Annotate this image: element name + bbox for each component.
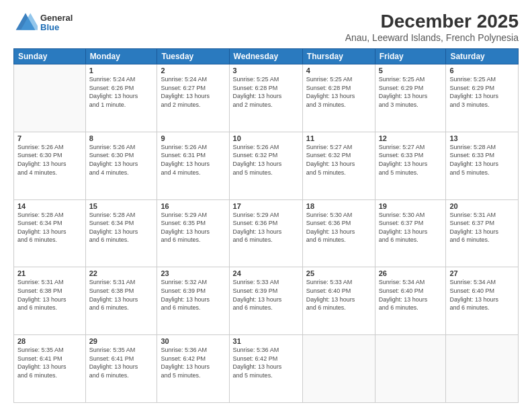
day-info: Sunrise: 5:31 AMSunset: 6:37 PMDaylight:… — [449, 211, 515, 244]
day-number: 30 — [161, 337, 225, 345]
page: General Blue December 2025 Anau, Leeward… — [0, 0, 532, 411]
day-number: 28 — [17, 337, 82, 345]
day-info: Sunrise: 5:35 AMSunset: 6:41 PMDaylight:… — [17, 346, 82, 379]
day-info: Sunrise: 5:31 AMSunset: 6:38 PMDaylight:… — [89, 278, 154, 312]
week-row-1: 1Sunrise: 5:24 AMSunset: 6:26 PMDaylight… — [14, 64, 519, 132]
day-info: Sunrise: 5:25 AMSunset: 6:29 PMDaylight:… — [449, 75, 515, 109]
day-info: Sunrise: 5:33 AMSunset: 6:40 PMDaylight:… — [306, 278, 371, 312]
day-info: Sunrise: 5:25 AMSunset: 6:28 PMDaylight:… — [233, 75, 299, 109]
day-info: Sunrise: 5:30 AMSunset: 6:37 PMDaylight:… — [379, 211, 443, 244]
day-number: 12 — [379, 134, 443, 142]
day-info: Sunrise: 5:24 AMSunset: 6:26 PMDaylight:… — [89, 75, 154, 109]
day-number: 21 — [17, 269, 82, 277]
week-row-2: 7Sunrise: 5:26 AMSunset: 6:30 PMDaylight… — [14, 132, 519, 199]
calendar-cell — [302, 335, 375, 403]
day-number: 29 — [89, 337, 154, 345]
logo-text: General Blue — [40, 13, 73, 33]
calendar-cell: 25Sunrise: 5:33 AMSunset: 6:40 PMDayligh… — [302, 267, 375, 335]
week-row-3: 14Sunrise: 5:28 AMSunset: 6:34 PMDayligh… — [14, 199, 519, 267]
day-info: Sunrise: 5:25 AMSunset: 6:28 PMDaylight:… — [306, 75, 371, 109]
day-number: 16 — [161, 202, 225, 210]
day-info: Sunrise: 5:26 AMSunset: 6:30 PMDaylight:… — [89, 143, 154, 177]
calendar-cell: 20Sunrise: 5:31 AMSunset: 6:37 PMDayligh… — [446, 199, 519, 267]
day-info: Sunrise: 5:26 AMSunset: 6:32 PMDaylight:… — [233, 143, 299, 177]
calendar-cell: 8Sunrise: 5:26 AMSunset: 6:30 PMDaylight… — [85, 132, 157, 199]
calendar-cell: 3Sunrise: 5:25 AMSunset: 6:28 PMDaylight… — [229, 64, 302, 132]
calendar-cell: 29Sunrise: 5:35 AMSunset: 6:41 PMDayligh… — [85, 335, 157, 403]
day-number: 17 — [233, 202, 299, 210]
calendar-cell: 4Sunrise: 5:25 AMSunset: 6:28 PMDaylight… — [302, 64, 375, 132]
calendar-header-row: SundayMondayTuesdayWednesdayThursdayFrid… — [14, 49, 519, 64]
calendar-cell: 9Sunrise: 5:26 AMSunset: 6:31 PMDaylight… — [157, 132, 229, 199]
day-info: Sunrise: 5:26 AMSunset: 6:31 PMDaylight:… — [161, 143, 225, 177]
day-number: 22 — [89, 269, 154, 277]
day-number: 6 — [449, 66, 515, 75]
location: Anau, Leeward Islands, French Polynesia — [345, 32, 519, 43]
day-number: 31 — [233, 337, 299, 345]
month-year: December 2025 — [345, 11, 519, 32]
calendar-cell — [14, 64, 86, 132]
day-info: Sunrise: 5:26 AMSunset: 6:30 PMDaylight:… — [17, 143, 82, 177]
day-info: Sunrise: 5:30 AMSunset: 6:36 PMDaylight:… — [306, 211, 371, 244]
day-info: Sunrise: 5:34 AMSunset: 6:40 PMDaylight:… — [379, 278, 443, 312]
day-info: Sunrise: 5:33 AMSunset: 6:39 PMDaylight:… — [233, 278, 299, 312]
day-header-tuesday: Tuesday — [157, 49, 229, 64]
calendar-cell: 11Sunrise: 5:27 AMSunset: 6:32 PMDayligh… — [302, 132, 375, 199]
day-number: 19 — [379, 202, 443, 210]
header: General Blue December 2025 Anau, Leeward… — [13, 11, 519, 43]
calendar-cell: 12Sunrise: 5:27 AMSunset: 6:33 PMDayligh… — [375, 132, 446, 199]
day-info: Sunrise: 5:27 AMSunset: 6:32 PMDaylight:… — [306, 143, 371, 177]
calendar-cell: 10Sunrise: 5:26 AMSunset: 6:32 PMDayligh… — [229, 132, 302, 199]
calendar-cell: 15Sunrise: 5:28 AMSunset: 6:34 PMDayligh… — [85, 199, 157, 267]
day-number: 1 — [89, 66, 154, 75]
day-number: 25 — [306, 269, 371, 277]
calendar-cell: 5Sunrise: 5:25 AMSunset: 6:29 PMDaylight… — [375, 64, 446, 132]
calendar-cell — [375, 335, 446, 403]
day-info: Sunrise: 5:28 AMSunset: 6:34 PMDaylight:… — [17, 211, 82, 244]
day-header-sunday: Sunday — [14, 49, 86, 64]
day-info: Sunrise: 5:28 AMSunset: 6:34 PMDaylight:… — [89, 211, 154, 244]
day-info: Sunrise: 5:36 AMSunset: 6:42 PMDaylight:… — [233, 346, 299, 379]
day-info: Sunrise: 5:34 AMSunset: 6:40 PMDaylight:… — [449, 278, 515, 312]
day-header-monday: Monday — [85, 49, 157, 64]
day-info: Sunrise: 5:32 AMSunset: 6:39 PMDaylight:… — [161, 278, 225, 312]
calendar-cell: 7Sunrise: 5:26 AMSunset: 6:30 PMDaylight… — [14, 132, 86, 199]
day-number: 3 — [233, 66, 299, 75]
logo-general: General — [40, 13, 73, 23]
calendar-cell: 27Sunrise: 5:34 AMSunset: 6:40 PMDayligh… — [446, 267, 519, 335]
title-block: December 2025 Anau, Leeward Islands, Fre… — [345, 11, 519, 43]
calendar-cell: 14Sunrise: 5:28 AMSunset: 6:34 PMDayligh… — [14, 199, 86, 267]
calendar-cell: 22Sunrise: 5:31 AMSunset: 6:38 PMDayligh… — [85, 267, 157, 335]
day-info: Sunrise: 5:27 AMSunset: 6:33 PMDaylight:… — [379, 143, 443, 177]
calendar-cell: 17Sunrise: 5:29 AMSunset: 6:36 PMDayligh… — [229, 199, 302, 267]
day-header-wednesday: Wednesday — [229, 49, 302, 64]
logo-blue: Blue — [40, 23, 73, 32]
day-number: 8 — [89, 134, 154, 142]
day-header-saturday: Saturday — [446, 49, 519, 64]
calendar-cell: 23Sunrise: 5:32 AMSunset: 6:39 PMDayligh… — [157, 267, 229, 335]
day-info: Sunrise: 5:35 AMSunset: 6:41 PMDaylight:… — [89, 346, 154, 379]
day-info: Sunrise: 5:36 AMSunset: 6:42 PMDaylight:… — [161, 346, 225, 379]
logo-icon — [13, 11, 38, 35]
day-number: 26 — [379, 269, 443, 277]
day-number: 4 — [306, 66, 371, 75]
calendar-cell: 13Sunrise: 5:28 AMSunset: 6:33 PMDayligh… — [446, 132, 519, 199]
day-number: 13 — [449, 134, 515, 142]
calendar-cell: 16Sunrise: 5:29 AMSunset: 6:35 PMDayligh… — [157, 199, 229, 267]
day-number: 18 — [306, 202, 371, 210]
day-header-friday: Friday — [375, 49, 446, 64]
day-info: Sunrise: 5:24 AMSunset: 6:27 PMDaylight:… — [161, 75, 225, 109]
day-number: 15 — [89, 202, 154, 210]
day-number: 10 — [233, 134, 299, 142]
day-number: 2 — [161, 66, 225, 75]
calendar-cell: 18Sunrise: 5:30 AMSunset: 6:36 PMDayligh… — [302, 199, 375, 267]
day-info: Sunrise: 5:29 AMSunset: 6:36 PMDaylight:… — [233, 211, 299, 244]
calendar-cell — [446, 335, 519, 403]
logo: General Blue — [13, 11, 73, 35]
day-number: 5 — [379, 66, 443, 75]
calendar-cell: 19Sunrise: 5:30 AMSunset: 6:37 PMDayligh… — [375, 199, 446, 267]
calendar-cell: 28Sunrise: 5:35 AMSunset: 6:41 PMDayligh… — [14, 335, 86, 403]
calendar-table: SundayMondayTuesdayWednesdayThursdayFrid… — [13, 48, 519, 403]
day-number: 20 — [449, 202, 515, 210]
week-row-5: 28Sunrise: 5:35 AMSunset: 6:41 PMDayligh… — [14, 335, 519, 403]
